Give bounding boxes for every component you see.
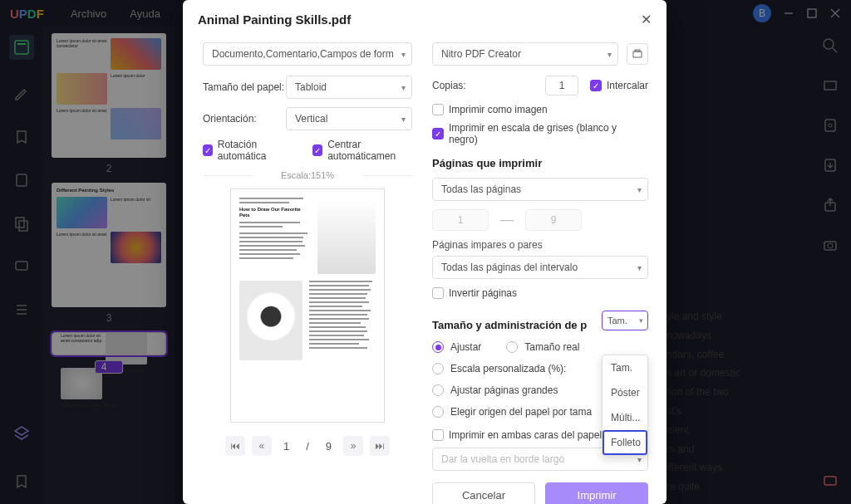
print-as-image-checkbox[interactable]: Imprimir como imagen [432, 104, 648, 115]
preview-pager: ⏮ « 1 / 9 » ⏭ [203, 436, 412, 456]
paper-size-label: Tamaño del papel: [203, 81, 286, 93]
dialog-title: Animal Painting Skills.pdf [198, 12, 351, 27]
page-current: 1 [278, 440, 294, 453]
dropdown-item-folleto[interactable]: Folleto [603, 430, 647, 455]
cancel-button[interactable]: Cancelar [432, 482, 535, 504]
print-dialog: Animal Painting Skills.pdf ✕ Tamaño del … [183, 0, 667, 504]
size-mode-dropdown: Tam. Póster Múlti... Folleto [602, 355, 648, 456]
prev-page-button[interactable]: « [252, 436, 272, 456]
svg-rect-19 [635, 50, 640, 51]
copies-label: Copias: [432, 80, 479, 91]
scale-header: Escala:151% [203, 170, 412, 180]
orientation-label: Orientación: [203, 113, 286, 125]
copies-input[interactable] [545, 76, 578, 95]
size-mode-select[interactable] [602, 311, 648, 330]
first-page-button[interactable]: ⏮ [225, 436, 245, 456]
range-dash: — [500, 213, 514, 228]
grayscale-checkbox[interactable]: ✓Imprimir en escala de grises (blanco y … [432, 122, 648, 145]
close-icon[interactable]: ✕ [641, 12, 652, 27]
pages-scope-select[interactable] [432, 178, 648, 201]
oddeven-select[interactable] [432, 256, 648, 279]
collate-checkbox[interactable]: ✓Intercalar [590, 80, 648, 91]
range-from-input[interactable] [432, 209, 489, 231]
auto-center-checkbox[interactable]: ✓Centrar automáticamen [312, 139, 412, 162]
last-page-button[interactable]: ⏭ [370, 436, 390, 456]
auto-rotate-checkbox[interactable]: ✓Rotación automática [203, 139, 291, 162]
print-scope-select[interactable] [203, 42, 412, 66]
fit-radio[interactable]: Ajustar [432, 341, 481, 353]
invert-pages-checkbox[interactable]: Invertir páginas [432, 287, 648, 299]
printer-select[interactable] [432, 42, 618, 66]
dropdown-item-multi[interactable]: Múlti... [603, 405, 647, 430]
print-button[interactable]: Imprimir [545, 482, 648, 504]
next-page-button[interactable]: » [343, 436, 363, 456]
size-section-title: Tamaño y administración de p [432, 319, 587, 331]
actual-size-radio[interactable]: Tamaño real [506, 341, 579, 353]
paper-size-select[interactable] [286, 76, 412, 99]
dropdown-item-poster[interactable]: Póster [603, 380, 647, 405]
page-sep: / [301, 440, 314, 453]
svg-rect-18 [633, 51, 642, 57]
range-to-input[interactable] [525, 209, 582, 231]
page-total: 9 [321, 440, 337, 453]
orientation-select[interactable] [286, 107, 412, 130]
pages-section-title: Páginas que imprimir [432, 157, 648, 169]
printer-settings-icon[interactable] [627, 43, 648, 65]
page-preview: How to Draw Our Favorite Pets [230, 188, 385, 423]
dropdown-item-tam[interactable]: Tam. [603, 355, 647, 380]
oddeven-label: Páginas impares o pares [432, 239, 648, 251]
